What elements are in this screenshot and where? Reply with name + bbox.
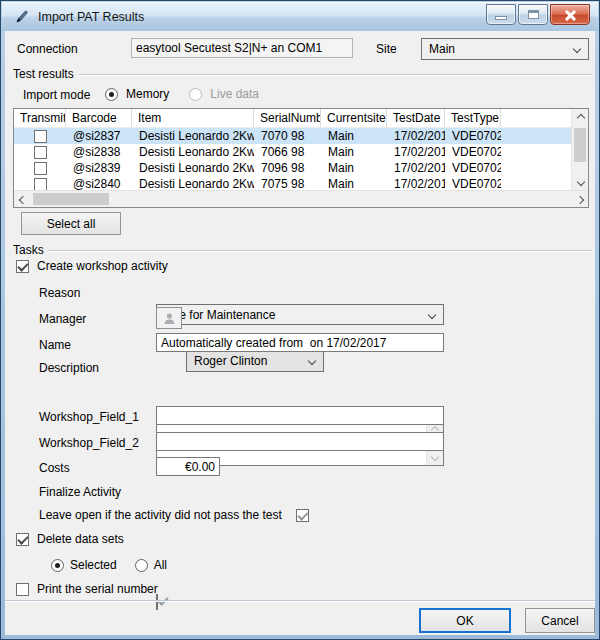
finalize-activity-label: Finalize Activity xyxy=(39,485,121,499)
scroll-right-icon[interactable] xyxy=(571,191,588,207)
chevron-down-icon xyxy=(308,357,316,365)
dialog-body: Connection Site Main Test results Import… xyxy=(5,31,595,635)
column-header-serialnumber[interactable]: SerialNumber xyxy=(254,109,321,127)
create-workshop-label: Create workshop activity xyxy=(37,259,168,273)
delete-data-sets-checkbox[interactable] xyxy=(16,533,29,546)
memory-radio[interactable] xyxy=(105,88,118,101)
transmit-checkbox[interactable] xyxy=(34,146,47,159)
name-input[interactable] xyxy=(156,333,444,352)
results-table: Transmit Barcode Item SerialNumber Curre… xyxy=(13,108,589,208)
connection-label: Connection xyxy=(17,42,78,56)
memory-radio-label: Memory xyxy=(126,87,169,101)
cell-item: Desisti Leonardo 2Kw xyxy=(132,145,254,159)
finalize-activity-checkbox[interactable] xyxy=(156,594,158,610)
live-data-radio-label: Live data xyxy=(210,87,259,101)
column-header-currentsite[interactable]: Currentsite xyxy=(321,109,387,127)
window-title: Import PAT Results xyxy=(38,10,144,24)
cell-type: VDE0702 xyxy=(445,145,501,159)
site-label: Site xyxy=(376,42,397,56)
cell-date: 17/02/2017 xyxy=(387,129,445,143)
person-icon xyxy=(163,312,176,325)
delete-data-sets-label: Delete data sets xyxy=(37,532,124,546)
connection-input[interactable] xyxy=(131,38,353,58)
maximize-button[interactable] xyxy=(518,4,548,25)
cell-date: 17/02/2017 xyxy=(387,145,445,159)
workshop-field-1-label: Workshop_Field_1 xyxy=(39,410,139,424)
select-all-button[interactable]: Select all xyxy=(21,212,121,235)
horizontal-scrollbar[interactable] xyxy=(14,190,588,207)
cell-type: VDE0702 xyxy=(445,177,501,191)
test-results-group-line xyxy=(79,74,591,75)
cell-date: 17/02/2017 xyxy=(387,177,445,191)
cell-serial: 7066 98 xyxy=(254,145,321,159)
costs-input[interactable] xyxy=(156,457,220,476)
transmit-checkbox[interactable] xyxy=(34,162,47,175)
description-label: Description xyxy=(39,361,99,375)
cell-site: Main xyxy=(321,129,387,143)
cancel-button[interactable]: Cancel xyxy=(525,608,595,633)
workshop-field-1-input[interactable] xyxy=(156,406,444,425)
tasks-group-label: Tasks xyxy=(13,243,44,257)
site-value: Main xyxy=(429,42,455,56)
column-header-testtype[interactable]: TestType xyxy=(445,109,501,127)
title-bar: Import PAT Results xyxy=(2,2,598,31)
reason-select[interactable]: Due for Maintenance xyxy=(156,304,444,325)
manager-picker-button[interactable] xyxy=(156,307,182,329)
column-header-transmit[interactable]: Transmit xyxy=(14,109,66,127)
column-header-barcode[interactable]: Barcode xyxy=(66,109,132,127)
pen-icon xyxy=(14,9,30,25)
cell-item: Desisti Leonardo 2Kw xyxy=(132,161,254,175)
chevron-down-icon xyxy=(573,45,581,53)
transmit-checkbox[interactable] xyxy=(34,178,47,191)
workshop-field-2-input[interactable] xyxy=(156,432,444,451)
table-row[interactable]: @si2838 Desisti Leonardo 2Kw 7066 98 Mai… xyxy=(14,144,571,160)
tasks-group-line xyxy=(49,250,591,251)
table-row[interactable]: @si2839 Desisti Leonardo 2Kw 7096 98 Mai… xyxy=(14,160,571,176)
vertical-scrollbar[interactable] xyxy=(571,109,588,190)
cell-item: Desisti Leonardo 2Kw xyxy=(132,177,254,191)
scroll-up-icon[interactable] xyxy=(572,109,588,126)
import-mode-label: Import mode xyxy=(23,88,90,102)
selected-radio[interactable] xyxy=(51,559,64,572)
cell-site: Main xyxy=(321,177,387,191)
create-workshop-checkbox[interactable] xyxy=(16,260,29,273)
maximize-icon xyxy=(528,10,539,19)
horizontal-scroll-thumb[interactable] xyxy=(33,193,109,205)
manager-value: Roger Clinton xyxy=(194,354,267,368)
cell-site: Main xyxy=(321,145,387,159)
name-label: Name xyxy=(39,338,71,352)
all-radio-label: All xyxy=(154,558,167,572)
close-button[interactable] xyxy=(550,4,590,25)
scroll-down-icon[interactable] xyxy=(572,173,588,190)
cell-date: 17/02/2017 xyxy=(387,161,445,175)
leave-open-checkbox[interactable] xyxy=(296,509,309,522)
workshop-field-2-label: Workshop_Field_2 xyxy=(39,436,139,450)
ok-button[interactable]: OK xyxy=(419,608,511,633)
print-serial-checkbox[interactable] xyxy=(16,583,29,596)
print-serial-label: Print the serial number xyxy=(37,582,158,596)
transmit-checkbox[interactable] xyxy=(34,130,47,143)
cell-serial: 7070 98 xyxy=(254,129,321,143)
minimize-icon xyxy=(495,16,507,20)
cell-barcode: @si2839 xyxy=(66,161,132,175)
dialog-window: Import PAT Results Connection Site Main … xyxy=(0,0,600,640)
cell-serial: 7096 98 xyxy=(254,161,321,175)
table-row[interactable]: @si2837 Desisti Leonardo 2Kw 7070 98 Mai… xyxy=(14,128,571,144)
site-select[interactable]: Main xyxy=(421,38,589,60)
reason-label: Reason xyxy=(39,286,80,300)
footer-separator xyxy=(5,600,595,601)
costs-label: Costs xyxy=(39,461,70,475)
scroll-left-icon[interactable] xyxy=(14,191,31,207)
column-header-item[interactable]: Item xyxy=(132,109,254,127)
column-header-testdate[interactable]: TestDate xyxy=(387,109,445,127)
minimize-button[interactable] xyxy=(486,4,516,25)
cell-item: Desisti Leonardo 2Kw xyxy=(132,129,254,143)
all-radio[interactable] xyxy=(135,559,148,572)
cell-serial: 7075 98 xyxy=(254,177,321,191)
manager-select[interactable]: Roger Clinton xyxy=(186,350,324,372)
cell-site: Main xyxy=(321,161,387,175)
chevron-down-icon xyxy=(428,311,436,319)
vertical-scroll-thumb[interactable] xyxy=(574,128,586,162)
cell-type: VDE0702 xyxy=(445,129,501,143)
close-icon xyxy=(564,9,576,21)
